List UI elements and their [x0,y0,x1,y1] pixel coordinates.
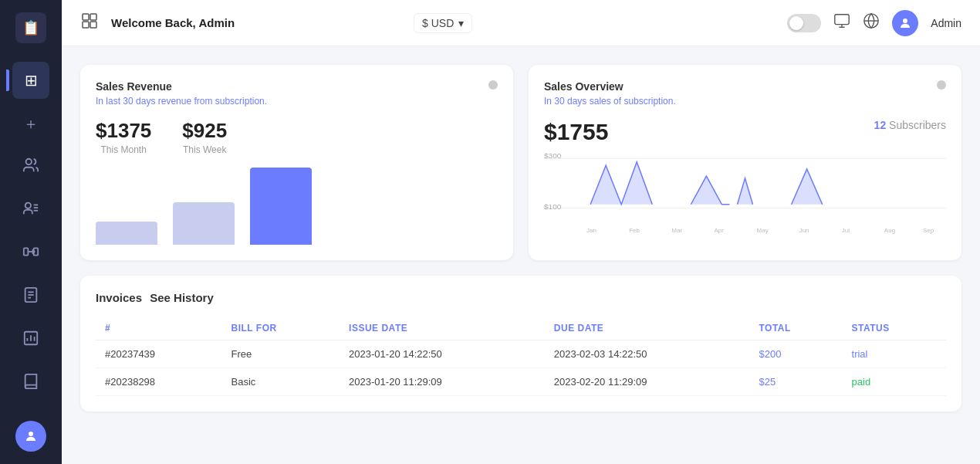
header-logo-icon [80,12,99,35]
svg-point-1 [25,202,31,208]
sidebar-user-avatar[interactable] [15,421,46,452]
svg-rect-16 [83,14,89,20]
invoice-total: $25 [749,368,842,396]
sidebar-item-dashboard[interactable]: ⊞ [12,62,49,99]
bar-3 [250,168,312,245]
sidebar-item-docs[interactable] [12,278,49,315]
table-row: #20238298 Basic 2023-01-20 11:29:09 2023… [96,368,946,396]
invoice-id: #20238298 [96,368,222,396]
see-history-link[interactable]: See History [150,291,214,304]
currency-selector[interactable]: $ USD ▾ [414,13,472,33]
svg-text:Mar: Mar [671,228,682,235]
svg-rect-19 [90,22,96,28]
sidebar-bottom [15,421,46,452]
revenue-amounts: $1375 This Month $925 This Week [96,119,498,155]
svg-point-15 [29,432,33,436]
overview-area-chart: $300 $100 Jan Feb Mar [544,151,946,236]
invoices-header: Invoices See History [96,291,946,304]
subscribers-label: Subscribers [889,119,946,131]
svg-rect-20 [835,15,849,25]
col-bill-for: BILL FOR [222,317,340,340]
svg-text:May: May [757,228,769,235]
svg-text:Aug: Aug [884,228,895,235]
revenue-card-title: Sales Revenue [96,80,172,93]
revenue-month-label: This Month [96,144,151,155]
table-row: #20237439 Free 2023-01-20 14:22:50 2023-… [96,340,946,368]
invoice-due-date: 2023-02-20 11:29:09 [545,368,750,396]
invoice-id: #20237439 [96,340,222,368]
dashboard-icon: ⊞ [25,71,38,90]
svg-rect-5 [24,248,28,255]
main-content: Welcome Back, Admin $ USD ▾ A [62,0,980,464]
overview-top: $1755 12 Subscribers [544,119,946,145]
table-header-row: # BILL FOR ISSUE DATE DUE DATE TOTAL STA… [96,317,946,340]
svg-marker-33 [792,169,823,205]
invoice-status: paid [843,368,946,396]
logo-icon: 📋 [22,19,39,36]
invoice-total: $200 [749,340,842,368]
page-content: Sales Revenue In last 30 days revenue fr… [62,46,980,464]
svg-rect-18 [83,22,89,28]
bar-1 [96,222,157,245]
header-user-avatar[interactable] [892,10,918,36]
svg-rect-17 [90,14,96,20]
invoices-card: Invoices See History # BILL FOR ISSUE DA… [80,276,961,412]
card-header-overview: Sales Overview [544,80,946,93]
revenue-month: $1375 This Month [96,119,151,155]
sidebar-item-integrations[interactable] [12,235,49,272]
svg-point-0 [26,158,32,164]
reports-icon [22,330,39,351]
svg-text:Jun: Jun [799,228,809,235]
currency-arrow-icon: ▾ [458,17,464,29]
col-status: STATUS [843,317,946,340]
monitor-icon[interactable] [833,12,850,33]
invoice-status: trial [843,340,946,368]
revenue-week: $925 This Week [182,119,227,155]
table-body: #20237439 Free 2023-01-20 14:22:50 2023-… [96,340,946,396]
svg-text:Feb: Feb [629,228,640,235]
sales-overview-card: Sales Overview In 30 days sales of subsc… [529,65,961,260]
invoice-due-date: 2023-02-03 14:22:50 [545,340,750,368]
header-username: Admin [931,17,961,29]
docs-icon [22,286,39,307]
globe-icon[interactable] [863,12,880,33]
header: Welcome Back, Admin $ USD ▾ A [62,0,980,46]
sidebar-item-user-detail[interactable] [12,191,49,229]
col-due-date: DUE DATE [545,317,750,340]
sidebar-item-users[interactable] [12,148,49,185]
svg-text:Jul: Jul [842,228,850,235]
invoices-table: # BILL FOR ISSUE DATE DUE DATE TOTAL STA… [96,317,946,396]
svg-text:Jan: Jan [586,228,596,235]
svg-marker-32 [737,178,752,205]
card-header-revenue: Sales Revenue [96,80,498,93]
sidebar-logo[interactable]: 📋 [15,12,46,43]
revenue-bar-chart [96,168,498,245]
theme-toggle[interactable] [787,14,821,32]
sales-revenue-card: Sales Revenue In last 30 days revenue fr… [80,65,513,260]
bar-2 [173,202,235,245]
overview-amount: $1755 [544,119,608,145]
svg-marker-31 [691,176,729,205]
dashboard-cards: Sales Revenue In last 30 days revenue fr… [80,65,961,260]
add-icon: ＋ [23,113,39,134]
invoice-bill-for: Basic [222,368,340,396]
col-issue-date: ISSUE DATE [340,317,545,340]
revenue-week-amount: $925 [182,119,227,143]
currency-label: $ USD [422,17,454,29]
revenue-week-label: This Week [182,144,227,155]
invoice-issue-date: 2023-01-20 11:29:09 [340,368,545,396]
invoices-label: Invoices [96,291,142,304]
sidebar-item-add[interactable]: ＋ [12,105,49,142]
sidebar-item-reports[interactable] [12,321,49,358]
svg-text:Apr: Apr [714,228,724,235]
sidebar: 📋 ⊞ ＋ [0,0,62,464]
overview-card-title: Sales Overview [544,80,623,93]
sidebar-item-book[interactable] [12,364,49,401]
svg-marker-30 [590,162,652,205]
invoice-bill-for: Free [222,340,340,368]
user-detail-icon [22,200,39,221]
header-title: Welcome Back, Admin [111,16,401,29]
col-id: # [96,317,222,340]
col-total: TOTAL [749,317,842,340]
svg-text:$300: $300 [544,152,561,161]
